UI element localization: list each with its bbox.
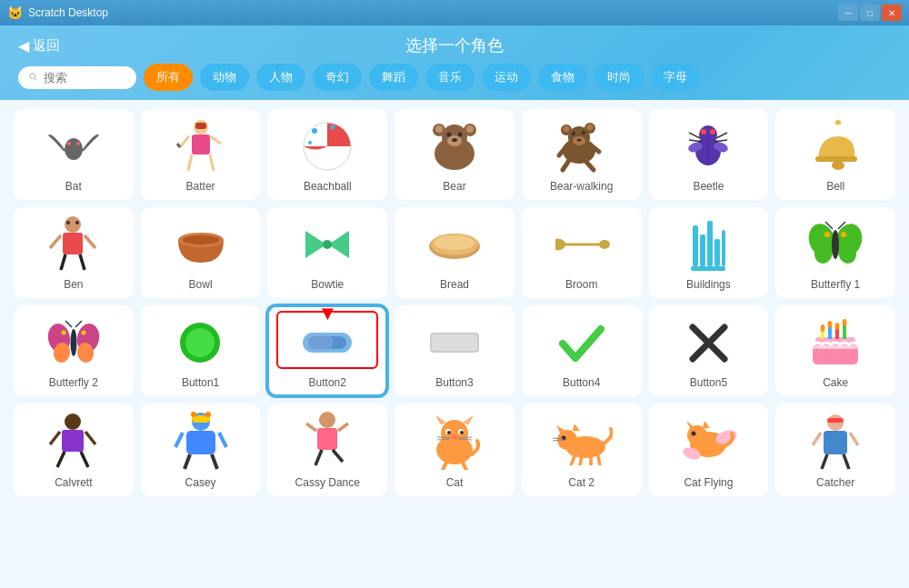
category-letters[interactable]: 字母 (651, 64, 700, 91)
minimize-button[interactable]: ─ (838, 5, 858, 21)
sprite-catcher[interactable]: Catcher (775, 404, 895, 496)
cat-flying-sprite-image (679, 417, 738, 467)
back-button[interactable]: ◀ 返回 (18, 37, 60, 55)
sprite-button5[interactable]: Button5 (649, 305, 769, 396)
sprite-ben[interactable]: Ben (14, 207, 134, 298)
svg-line-94 (75, 321, 82, 327)
sprite-calvrett[interactable]: Calvrett (14, 404, 134, 496)
svg-line-134 (315, 450, 322, 465)
button1-sprite-image (175, 318, 225, 368)
sprite-bowl[interactable]: Bowl (141, 207, 261, 298)
maximize-button[interactable]: □ (860, 5, 880, 21)
sprite-button2[interactable]: ▼ Button2 (267, 305, 387, 396)
page-title: 选择一个角色 (405, 35, 504, 56)
sprite-button4[interactable]: Button4 (522, 305, 642, 396)
close-button[interactable]: ✕ (882, 5, 902, 21)
category-bar: 所有 动物 人物 奇幻 舞蹈 音乐 运动 食物 时尚 字母 (0, 64, 909, 100)
svg-rect-173 (824, 431, 847, 454)
svg-point-112 (828, 321, 833, 328)
svg-point-92 (70, 329, 76, 356)
sprite-cat-flying[interactable]: Cat Flying (649, 404, 769, 496)
window-controls: ─ □ ✕ (838, 5, 902, 21)
cassy-dance-label: Cassy Dance (295, 476, 360, 489)
sprite-bread[interactable]: Bread (395, 207, 514, 298)
svg-point-37 (576, 139, 581, 142)
title-bar-text: Scratch Desktop (28, 6, 838, 19)
category-people[interactable]: 人物 (256, 64, 305, 91)
svg-line-58 (85, 235, 95, 248)
svg-line-127 (219, 433, 226, 447)
svg-rect-56 (63, 233, 83, 254)
search-input[interactable] (44, 71, 125, 85)
grid-scroll[interactable]: Bat (0, 100, 909, 588)
bear-walking-sprite-image (554, 119, 610, 174)
svg-line-57 (50, 235, 61, 248)
cat-sprite-image (426, 414, 483, 470)
svg-point-124 (205, 412, 211, 417)
bear-label: Bear (443, 180, 465, 193)
sprite-bowtie[interactable]: Bowtie (267, 207, 387, 298)
sprite-cat[interactable]: Cat (395, 404, 514, 496)
sprite-buildings[interactable]: Buildings (649, 207, 769, 298)
svg-point-36 (582, 131, 585, 135)
sprite-beetle[interactable]: Beetle (649, 109, 769, 200)
svg-point-22 (435, 125, 443, 133)
cake-sprite-image (808, 315, 863, 370)
category-fantasy[interactable]: 奇幻 (313, 64, 362, 91)
sprite-bell[interactable]: Bell (775, 109, 895, 200)
sprite-button1[interactable]: Button1 (141, 305, 261, 396)
svg-line-152 (463, 463, 466, 470)
cat-label: Cat (446, 476, 464, 489)
svg-line-177 (844, 454, 849, 469)
search-box[interactable] (18, 66, 136, 89)
sprite-cassy-dance[interactable]: Cassy Dance (267, 404, 387, 496)
sprite-cat2[interactable]: Cat 2 (522, 404, 642, 496)
sprite-beachball[interactable]: Beachball (267, 109, 387, 200)
category-dance[interactable]: 舞蹈 (369, 64, 418, 91)
category-all[interactable]: 所有 (144, 64, 193, 91)
svg-line-174 (813, 433, 821, 445)
sprite-bear-walking[interactable]: Bear-walking (522, 109, 642, 200)
ben-sprite-image (48, 215, 98, 274)
svg-point-144 (447, 431, 451, 434)
sprite-butterfly1[interactable]: Butterfly 1 (775, 207, 895, 298)
svg-point-137 (441, 420, 468, 447)
search-icon (29, 71, 38, 84)
cat2-sprite-image (551, 418, 613, 465)
svg-line-119 (57, 452, 65, 467)
sprite-button3[interactable]: Button3 (395, 305, 514, 396)
calvrett-sprite-image (48, 413, 98, 471)
sprite-batter[interactable]: Batter (141, 109, 261, 200)
bell-label: Bell (826, 180, 844, 193)
svg-line-128 (185, 454, 190, 469)
svg-line-176 (822, 454, 827, 469)
svg-line-10 (188, 154, 192, 171)
beachball-label: Beachball (304, 180, 352, 193)
butterfly2-sprite-image (45, 318, 102, 368)
button1-label: Button1 (182, 376, 219, 389)
bread-sprite-image (426, 226, 483, 263)
sprite-broom[interactable]: Broom (522, 207, 642, 298)
sprite-casey[interactable]: Casey (141, 404, 261, 496)
bear-walking-label: Bear-walking (550, 180, 613, 193)
svg-point-27 (452, 138, 457, 142)
svg-point-111 (821, 324, 825, 332)
butterfly1-sprite-image (807, 220, 864, 269)
svg-rect-53 (815, 156, 857, 162)
sprite-bear[interactable]: Bear (395, 109, 514, 200)
sprite-cake[interactable]: Cake (775, 305, 895, 396)
category-music[interactable]: 音乐 (425, 64, 474, 91)
svg-rect-6 (192, 135, 210, 154)
sprite-butterfly2[interactable]: Butterfly 2 (14, 305, 134, 396)
calvrett-label: Calvrett (55, 476, 92, 489)
svg-point-68 (435, 235, 474, 250)
svg-line-7 (180, 136, 189, 147)
category-fashion[interactable]: 时尚 (594, 64, 644, 91)
svg-point-64 (183, 235, 219, 244)
category-food[interactable]: 食物 (538, 64, 587, 91)
svg-line-160 (571, 456, 574, 465)
sprite-bat[interactable]: Bat (14, 109, 134, 200)
svg-point-146 (451, 435, 458, 440)
category-animals[interactable]: 动物 (200, 64, 249, 91)
category-sports[interactable]: 运动 (482, 64, 531, 91)
